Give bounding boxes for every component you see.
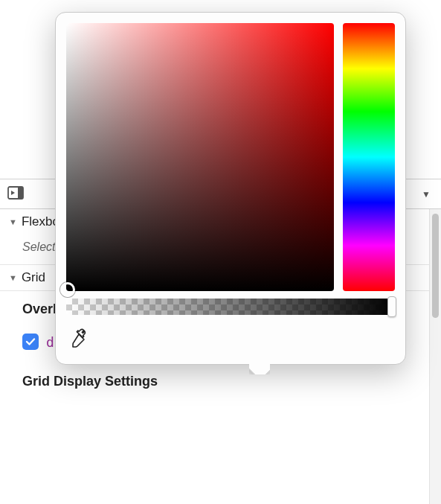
disclosure-triangle-icon: ▼ bbox=[9, 273, 17, 282]
sv-cursor[interactable] bbox=[60, 282, 75, 297]
panel-scrollbar[interactable] bbox=[429, 209, 441, 504]
hue-slider[interactable] bbox=[343, 23, 395, 291]
scrollbar-thumb[interactable] bbox=[432, 214, 439, 318]
alpha-gradient bbox=[66, 299, 395, 315]
overlay-checkbox[interactable] bbox=[22, 334, 39, 350]
saturation-value-field[interactable] bbox=[66, 23, 334, 291]
picker-tools-row bbox=[66, 325, 395, 354]
alpha-slider[interactable] bbox=[66, 299, 395, 315]
dock-toggle-icon[interactable] bbox=[7, 186, 24, 202]
popover-caret bbox=[249, 364, 270, 374]
svg-marker-2 bbox=[11, 191, 15, 195]
svg-rect-1 bbox=[18, 187, 23, 199]
eyedropper-icon[interactable] bbox=[69, 328, 90, 352]
grid-display-settings-heading: Grid Display Settings bbox=[0, 363, 441, 400]
disclosure-triangle-icon: ▼ bbox=[9, 217, 17, 226]
grid-section-title: Grid bbox=[22, 270, 45, 285]
alpha-thumb[interactable] bbox=[387, 296, 396, 317]
toolbar-overflow-caret[interactable]: ▼ bbox=[422, 189, 434, 200]
color-picker-popover bbox=[55, 12, 406, 365]
